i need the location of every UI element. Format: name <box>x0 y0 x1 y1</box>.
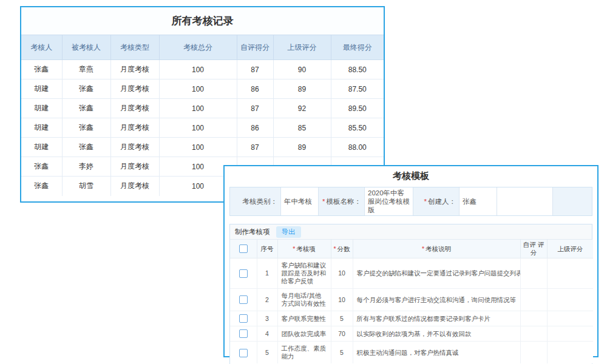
record-cell: 100 <box>159 138 237 157</box>
self-score-cell <box>520 258 547 289</box>
score-cell: 5 <box>331 311 353 326</box>
score-cell: 70 <box>331 326 353 342</box>
items-section-label: 制作考核项 <box>235 228 270 237</box>
column-header: 考核类型 <box>110 35 159 60</box>
seq-cell: 5 <box>257 342 277 364</box>
self-score-cell <box>520 311 547 326</box>
score-cell: 10 <box>331 258 353 289</box>
record-cell: 张鑫 <box>62 118 110 138</box>
required-star: * <box>293 245 295 252</box>
creator-label: * 创建人： <box>413 187 459 215</box>
record-cell: 月度考核 <box>110 138 159 157</box>
self-score-cell <box>520 342 547 364</box>
item-row: 2每月电话/其他方式回访有效性10每个月必须与客户进行主动交流和沟通，询问使用情… <box>230 289 593 311</box>
record-cell: 85 <box>273 118 331 138</box>
record-cell: 月度考核 <box>110 79 159 99</box>
item-desc-cell: 每个月必须与客户进行主动交流和沟通，询问使用情况等 <box>353 289 520 311</box>
record-cell: 月度考核 <box>110 99 159 118</box>
template-name-label: * 模板名称： <box>319 187 365 215</box>
record-cell: 86 <box>237 79 273 99</box>
record-row: 张鑫章燕月度考核100879088.50 <box>21 60 384 79</box>
column-header: *考核说明 <box>353 240 520 258</box>
row-checkbox[interactable] <box>239 269 248 278</box>
record-row: 胡建张鑫月度考核100868987.50 <box>21 79 384 99</box>
required-star: * <box>424 198 427 205</box>
checkbox-cell <box>230 342 257 364</box>
record-cell: 92 <box>273 99 331 118</box>
record-cell: 胡雪 <box>62 177 110 196</box>
record-cell: 月度考核 <box>110 157 159 177</box>
item-row: 1客户缺陷和建议跟踪是否及时和给客户反馈10客户提交的缺陷和建议一定要通过记录到… <box>230 258 593 289</box>
row-checkbox[interactable] <box>239 314 248 323</box>
item-desc-cell: 以实际收到的款项为基，并不以有效回款 <box>353 326 520 342</box>
record-cell: 李婷 <box>62 157 110 177</box>
record-cell: 86 <box>237 118 273 138</box>
column-header: 上级评分 <box>547 240 593 258</box>
row-checkbox[interactable] <box>239 329 248 338</box>
record-cell: 张鑫 <box>62 138 110 157</box>
item-name-cell: 客户缺陷和建议跟踪是否及时和给客户反馈 <box>277 258 331 289</box>
superior-score-cell <box>547 326 593 342</box>
column-header: 被考核人 <box>62 35 110 60</box>
records-panel-title: 所有考核记录 <box>21 7 384 35</box>
record-cell: 月度考核 <box>110 118 159 138</box>
column-header: 自评 评分 <box>520 240 547 258</box>
item-desc-cell: 所有与客户联系过的情况都需要记录到客户卡片 <box>353 311 520 326</box>
record-cell: 88.50 <box>331 60 384 79</box>
record-cell: 87 <box>237 60 273 79</box>
column-header: *分数 <box>331 240 353 258</box>
form-empty-cell <box>497 187 553 215</box>
item-name-cell: 客户联系完整性 <box>277 311 331 326</box>
items-table: 序号*考核项*分数*考核说明自评 评分上级评分 1客户缺陷和建议跟踪是否及时和给… <box>230 240 593 363</box>
record-cell: 张鑫 <box>21 177 62 196</box>
template-name-field[interactable]: 2020年中客服岗位考核模版 <box>365 187 413 215</box>
seq-cell: 1 <box>257 258 277 289</box>
category-label: 考核类别： <box>230 187 281 215</box>
column-header: 考核总分 <box>159 35 237 60</box>
record-cell: 87 <box>237 99 273 118</box>
required-star: * <box>322 198 325 205</box>
record-cell: 100 <box>159 99 237 118</box>
record-cell: 100 <box>159 60 237 79</box>
score-cell: 5 <box>331 342 353 364</box>
seq-cell: 3 <box>257 311 277 326</box>
record-cell: 张鑫 <box>21 157 62 177</box>
form-empty-cell <box>553 187 592 215</box>
superior-score-cell <box>547 258 593 289</box>
record-cell: 胡建 <box>21 99 62 118</box>
records-header-row: 考核人被考核人考核类型考核总分自评得分上级评分最终得分 <box>21 35 384 60</box>
column-header: 最终得分 <box>331 35 384 60</box>
creator-field[interactable]: 张鑫 <box>459 187 497 215</box>
column-header: 自评得分 <box>237 35 273 60</box>
row-checkbox[interactable] <box>239 349 248 357</box>
record-cell: 月度考核 <box>110 60 159 79</box>
record-cell: 张鑫 <box>21 60 62 79</box>
row-checkbox[interactable] <box>239 295 248 304</box>
record-row: 胡建张鑫月度考核100878988.00 <box>21 138 384 157</box>
column-header: *考核项 <box>277 240 331 258</box>
items-header-row: 序号*考核项*分数*考核说明自评 评分上级评分 <box>230 240 593 258</box>
item-name-cell: 工作态度、素质能力 <box>277 342 331 364</box>
required-star: * <box>422 245 424 252</box>
record-cell: 月度考核 <box>110 177 159 196</box>
superior-score-cell <box>547 311 593 326</box>
category-field[interactable]: 年中考核 <box>281 187 319 215</box>
record-cell: 100 <box>159 79 237 99</box>
self-score-cell <box>520 326 547 342</box>
superior-score-cell <box>547 289 593 311</box>
select-all-checkbox[interactable] <box>239 244 248 253</box>
checkbox-header-cell <box>230 240 257 258</box>
checkbox-cell <box>230 289 257 311</box>
checkbox-cell <box>230 258 257 289</box>
record-cell: 87.50 <box>331 79 384 99</box>
record-row: 胡建张鑫月度考核100868585.50 <box>21 118 384 138</box>
record-cell: 胡建 <box>21 79 62 99</box>
superior-score-cell <box>547 342 593 364</box>
required-star: * <box>333 245 336 252</box>
record-cell: 90 <box>273 60 331 79</box>
item-name-cell: 每月电话/其他方式回访有效性 <box>277 289 331 311</box>
record-cell: 章燕 <box>62 60 110 79</box>
record-cell: 85.50 <box>331 118 384 138</box>
export-button[interactable]: 导出 <box>276 226 301 238</box>
item-name-cell: 团队收款完成率 <box>277 326 331 342</box>
